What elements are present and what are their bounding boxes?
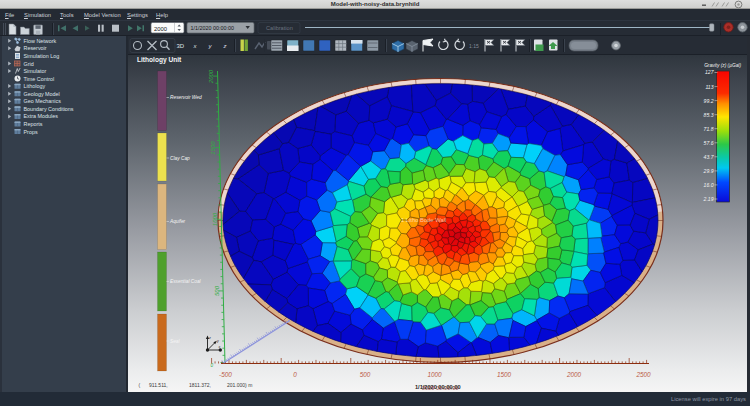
svg-text:201.000) m: 201.000) m xyxy=(227,382,252,388)
svg-text:Seal: Seal xyxy=(170,339,181,344)
svg-text:Geology Model: Geology Model xyxy=(24,91,60,97)
svg-text:Props: Props xyxy=(24,129,38,135)
svg-text:z: z xyxy=(223,43,227,49)
svg-text:1 Litho Bode Wall: 1 Litho Bode Wall xyxy=(401,217,446,223)
svg-text:2000: 2000 xyxy=(208,69,214,84)
svg-text:Extra Modules: Extra Modules xyxy=(24,113,59,119)
svg-text:1811.372,: 1811.372, xyxy=(189,382,211,388)
svg-text:Simulator: Simulator xyxy=(24,68,47,74)
svg-text:71.8: 71.8 xyxy=(704,126,714,132)
svg-text:1500: 1500 xyxy=(210,141,216,155)
svg-text:2000: 2000 xyxy=(154,26,167,32)
svg-text:0: 0 xyxy=(211,363,214,368)
svg-text:2500: 2500 xyxy=(635,371,651,378)
svg-text:16.0: 16.0 xyxy=(704,182,714,188)
svg-text:3D: 3D xyxy=(177,43,185,49)
svg-text:1500: 1500 xyxy=(497,371,512,378)
svg-text:29.9: 29.9 xyxy=(703,168,714,174)
svg-text:y: y xyxy=(216,339,219,343)
svg-text:-500: -500 xyxy=(219,371,232,378)
svg-text:2020 00:00:00: 2020 00:00:00 xyxy=(422,385,458,391)
svg-text:2.19: 2.19 xyxy=(703,196,714,202)
svg-text:1000: 1000 xyxy=(212,212,218,226)
svg-text:Aquifer: Aquifer xyxy=(169,219,186,224)
svg-text:Reservoir Wed: Reservoir Wed xyxy=(170,95,202,100)
svg-text:Time Control: Time Control xyxy=(24,76,55,82)
svg-text:113: 113 xyxy=(705,84,713,90)
svg-text:Flow Network: Flow Network xyxy=(24,38,57,44)
svg-text:43.7: 43.7 xyxy=(704,154,714,160)
svg-text:Simulation Log: Simulation Log xyxy=(24,53,60,59)
svg-text:1/1/2020 00:00:00: 1/1/2020 00:00:00 xyxy=(191,25,234,31)
svg-text:Essential Coal: Essential Coal xyxy=(170,279,202,284)
svg-text:y: y xyxy=(208,43,213,49)
svg-text:99.2: 99.2 xyxy=(704,98,714,104)
svg-text:Reservoir: Reservoir xyxy=(24,45,47,51)
svg-text:Calibration: Calibration xyxy=(266,25,293,31)
svg-text:Boundary Conditions: Boundary Conditions xyxy=(24,106,74,112)
svg-text:Lithology: Lithology xyxy=(24,83,46,89)
svg-text:Reports: Reports xyxy=(24,121,43,127)
svg-text:1:15: 1:15 xyxy=(469,43,479,49)
svg-text:911.511,: 911.511, xyxy=(149,382,168,388)
svg-text:Grid: Grid xyxy=(24,61,34,67)
svg-text:x: x xyxy=(218,345,221,349)
svg-text:Gravity (z) (µGal): Gravity (z) (µGal) xyxy=(704,63,741,68)
svg-text:Lithology Unit: Lithology Unit xyxy=(137,56,182,64)
svg-text:2000: 2000 xyxy=(566,371,582,378)
svg-text:500: 500 xyxy=(360,371,371,378)
svg-text:127: 127 xyxy=(705,69,714,75)
svg-text:Geo Mechanics: Geo Mechanics xyxy=(24,98,62,104)
svg-text:x: x xyxy=(193,43,198,49)
svg-text:500: 500 xyxy=(214,285,220,296)
svg-text:85.3: 85.3 xyxy=(704,112,714,118)
svg-text:(: ( xyxy=(139,382,141,388)
svg-text:Clay Cap: Clay Cap xyxy=(170,156,190,161)
svg-text:57.6: 57.6 xyxy=(704,140,714,146)
svg-text:1000: 1000 xyxy=(427,371,442,378)
svg-text:z: z xyxy=(208,336,211,340)
svg-text:0: 0 xyxy=(293,371,297,378)
